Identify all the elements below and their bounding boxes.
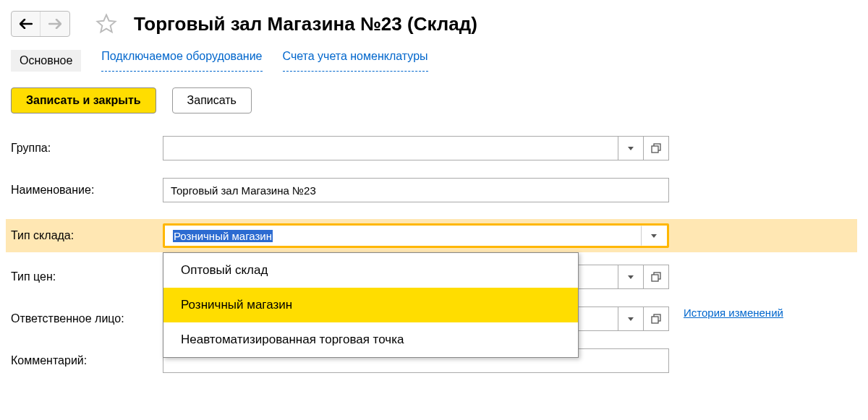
nav-buttons (11, 11, 70, 37)
svg-rect-3 (652, 275, 658, 281)
label-responsible: Ответственное лицо: (11, 312, 163, 325)
dropdown-option[interactable]: Оптовый склад (163, 253, 578, 288)
chevron-down-icon (628, 275, 634, 279)
action-buttons: Записать и закрыть Записать (11, 87, 857, 113)
arrow-left-icon (20, 19, 33, 29)
open-icon (651, 314, 661, 324)
star-icon (95, 13, 117, 35)
input-group[interactable] (163, 136, 618, 160)
dropdown-option[interactable]: Неавтоматизированная торговая точка (163, 322, 578, 357)
forward-button[interactable] (41, 12, 69, 36)
open-button[interactable] (643, 265, 669, 289)
tabs-row: Основное Подключаемое оборудование Счета… (11, 50, 857, 72)
dropdown-button[interactable] (618, 307, 644, 331)
tab-main[interactable]: Основное (11, 50, 81, 72)
row-group: Группа: (11, 135, 857, 161)
dropdown-button[interactable] (618, 265, 644, 289)
page-title: Торговый зал Магазина №23 (Склад) (134, 13, 477, 35)
input-warehouse-type[interactable]: Розничный магазин (165, 226, 642, 246)
chevron-down-icon (651, 234, 657, 238)
dropdown-button[interactable] (618, 136, 644, 160)
label-comment: Комментарий: (11, 354, 163, 367)
svg-rect-5 (652, 317, 658, 323)
label-warehouse-type: Тип склада: (11, 229, 163, 242)
input-name[interactable]: Торговый зал Магазина №23 (163, 178, 669, 202)
warehouse-type-dropdown: Оптовый склад Розничный магазин Неавтома… (163, 252, 579, 358)
back-button[interactable] (12, 12, 41, 36)
svg-rect-1 (652, 146, 658, 153)
label-group: Группа: (11, 142, 163, 155)
chevron-down-icon (628, 317, 634, 321)
header-row: Торговый зал Магазина №23 (Склад) (11, 11, 857, 37)
open-button[interactable] (643, 136, 669, 160)
tab-equipment[interactable]: Подключаемое оборудование (101, 50, 262, 72)
chevron-down-icon (628, 147, 634, 150)
label-name: Наименование: (11, 184, 163, 197)
open-icon (651, 143, 661, 153)
label-price-type: Тип цен: (11, 270, 163, 283)
row-name: Наименование: Торговый зал Магазина №23 (11, 177, 857, 203)
open-button[interactable] (643, 307, 669, 331)
dropdown-option[interactable]: Розничный магазин (163, 288, 578, 322)
tab-accounts[interactable]: Счета учета номенклатуры (283, 50, 428, 72)
row-warehouse-type: Тип склада: Розничный магазин Оптовый ск… (6, 219, 857, 252)
arrow-right-icon (48, 19, 61, 29)
open-icon (651, 272, 661, 282)
history-link[interactable]: История изменений (684, 307, 783, 331)
save-button[interactable]: Записать (172, 87, 252, 113)
save-close-button[interactable]: Записать и закрыть (11, 87, 156, 113)
favorite-toggle[interactable] (93, 11, 119, 37)
dropdown-button[interactable] (641, 226, 667, 246)
